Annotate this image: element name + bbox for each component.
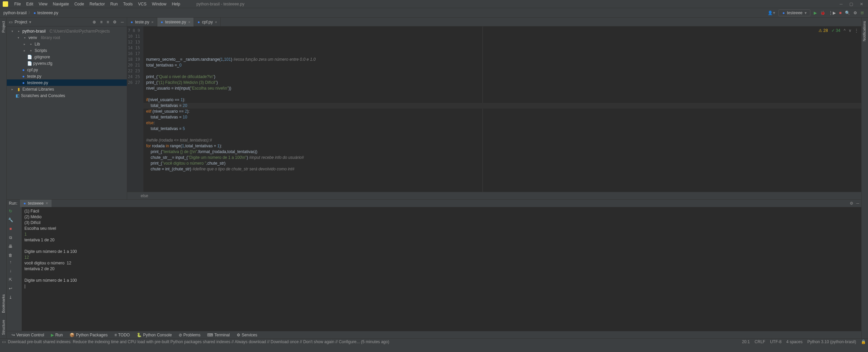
menu-edit[interactable]: Edit <box>23 0 36 8</box>
indent[interactable]: 4 spaces <box>786 339 803 344</box>
menu-window[interactable]: Window <box>149 0 169 8</box>
editor-tab[interactable]: ●cpf.py× <box>194 18 221 26</box>
select-opened-file-icon[interactable]: ⊕ <box>92 20 97 24</box>
tool-window-run[interactable]: ▶Run <box>48 331 65 339</box>
project-tree[interactable]: ▾▪python-brasil C:\Users\Danilo\PycharmP… <box>7 26 127 199</box>
run-configuration-selector[interactable]: ● testeeee ▾ <box>778 10 810 16</box>
wrench-icon[interactable]: 🔧 <box>8 217 13 223</box>
maximize-icon[interactable]: ▢ <box>849 2 853 6</box>
shield-icon[interactable]: ⛨ <box>861 11 865 15</box>
rail-bookmarks[interactable]: Bookmarks <box>1 291 5 316</box>
tool-window-version-control[interactable]: ↪Version Control <box>9 331 47 339</box>
tree-pyvenv[interactable]: pyvenv.cfg <box>33 61 52 66</box>
status-bar-icon[interactable]: ▭ <box>2 339 6 344</box>
line-separator[interactable]: CRLF <box>755 339 765 344</box>
run-tab[interactable]: ● testeeee × <box>20 200 51 207</box>
trash-icon[interactable]: 🗑 <box>8 253 13 258</box>
stop-icon[interactable]: ■ <box>8 226 13 231</box>
rail-notifications[interactable]: Notifications <box>862 18 867 45</box>
interpreter[interactable]: Python 3.10 (python-brasil) <box>807 339 856 344</box>
print-icon[interactable]: 🖶 <box>8 244 13 249</box>
collapse-all-icon[interactable]: ≡ <box>105 20 110 24</box>
close-icon[interactable]: × <box>215 20 217 24</box>
breadcrumb-file[interactable]: testeeee.py <box>37 11 58 15</box>
folder-icon: ▪ <box>28 42 33 47</box>
menu-navigate[interactable]: Navigate <box>50 0 72 8</box>
title-bar: FileEditViewNavigateCodeRefactorRunTools… <box>0 0 868 8</box>
tool-window-label: Python Packages <box>76 333 107 337</box>
layout-icon[interactable]: ⧉ <box>8 235 13 240</box>
tree-cpf[interactable]: cpf.py <box>27 68 38 72</box>
run-icon[interactable]: ▶ <box>814 11 817 15</box>
caret-position[interactable]: 20:1 <box>742 339 750 344</box>
editor-tabs: ●teste.py×●testeeee.py×●cpf.py× <box>127 18 861 26</box>
editor-tab[interactable]: ●testeeee.py× <box>157 18 194 26</box>
more-run-icon[interactable]: ⋮▶ <box>829 11 836 15</box>
tool-window-services[interactable]: ⚙Services <box>234 331 260 339</box>
tree-scripts[interactable]: Scripts <box>35 48 47 53</box>
up-arrow-icon[interactable]: ↑ <box>8 259 13 265</box>
rerun-icon[interactable]: ↻ <box>8 208 13 214</box>
close-icon[interactable]: × <box>46 201 48 206</box>
chevron-down-icon[interactable]: ▾ <box>29 20 31 24</box>
project-header-label[interactable]: Project <box>15 20 27 24</box>
tree-gitignore[interactable]: .gitignore <box>33 55 50 59</box>
menu-code[interactable]: Code <box>72 0 87 8</box>
status-message[interactable]: Download pre-built shared indexes: Reduc… <box>8 339 389 344</box>
tool-window-problems[interactable]: ⊘Problems <box>176 331 203 339</box>
add-user-icon[interactable]: 👤+ <box>768 11 775 15</box>
more-icon[interactable]: ⋮ <box>854 28 859 34</box>
python-file-icon: ● <box>161 20 163 24</box>
minimize-icon[interactable]: ─ <box>840 2 843 6</box>
rail-project[interactable]: Project <box>1 18 5 36</box>
close-icon[interactable]: × <box>151 20 153 24</box>
tool-window-todo[interactable]: ≡TODO <box>112 331 132 339</box>
tool-window-python-packages[interactable]: 📦Python Packages <box>67 331 110 339</box>
menu-tools[interactable]: Tools <box>120 0 135 8</box>
breadcrumb-strip[interactable]: else <box>127 192 861 199</box>
menu-view[interactable]: View <box>36 0 50 8</box>
close-icon[interactable]: × <box>188 20 190 24</box>
window-title: python-brasil - testeeee.py <box>183 2 840 6</box>
close-icon[interactable]: ✕ <box>860 2 863 6</box>
expand-all-icon[interactable]: ≡ <box>99 20 103 24</box>
tree-project[interactable]: python-brasil <box>22 29 46 34</box>
menu-vcs[interactable]: VCS <box>135 0 149 8</box>
menu-help[interactable]: Help <box>169 0 183 8</box>
down-arrow-icon[interactable]: ↓ <box>8 268 13 274</box>
export-icon[interactable]: ⇱ <box>8 277 13 282</box>
code-editor[interactable]: ⚠ 28 ✓ 34 ^ v ⋮ numero_secreto__= _rando… <box>143 26 861 192</box>
tree-ext-lib[interactable]: External Libraries <box>22 87 54 92</box>
lock-icon[interactable]: 🔒 <box>861 339 866 344</box>
search-icon[interactable]: 🔍 <box>845 11 850 15</box>
editor-tab[interactable]: ●teste.py× <box>127 18 157 26</box>
stop-icon[interactable]: ■ <box>839 11 842 15</box>
breadcrumb-root[interactable]: python-brasil <box>3 11 27 15</box>
hide-icon[interactable]: ─ <box>856 201 859 206</box>
debug-icon[interactable]: 🐞 <box>820 11 825 15</box>
tool-window-terminal[interactable]: ⌨Terminal <box>204 331 232 339</box>
tree-lib[interactable]: Lib <box>35 42 40 47</box>
bottom-tool-bar: ↪Version Control▶Run📦Python Packages≡TOD… <box>7 331 861 338</box>
settings-gear-icon[interactable]: ⚙ <box>112 20 118 24</box>
menu-refactor[interactable]: Refactor <box>87 0 107 8</box>
tree-venv[interactable]: venv <box>28 35 37 40</box>
chevron-down-icon[interactable]: v <box>849 28 851 34</box>
tool-window-python-console[interactable]: 🐍Python Console <box>134 331 175 339</box>
chevron-up-icon[interactable]: ^ <box>844 28 846 34</box>
editor-gutter[interactable]: 7 8 9 10 11 12 13 14 15 16 17 18 19 20 2… <box>127 26 143 192</box>
wrap-icon[interactable]: ↩ <box>8 286 13 291</box>
hide-icon[interactable]: ─ <box>120 20 125 24</box>
console-output[interactable]: (1) Fácil(2) Médio(3) DifícilEscolha seu… <box>22 207 861 331</box>
rail-structure[interactable]: Structure <box>1 316 5 338</box>
tree-scratches[interactable]: Scratches and Consoles <box>21 93 65 98</box>
tree-testeeee[interactable]: testeeee.py <box>27 80 48 85</box>
settings-gear-icon[interactable]: ⚙ <box>850 201 853 206</box>
settings-gear-icon[interactable]: ⚙ <box>853 11 857 15</box>
menu-run[interactable]: Run <box>107 0 120 8</box>
inspection-indicators[interactable]: ⚠ 28 ✓ 34 ^ v ⋮ <box>818 28 859 34</box>
tree-teste[interactable]: teste.py <box>27 74 41 79</box>
scroll-icon[interactable]: ⤓ <box>8 295 13 300</box>
encoding[interactable]: UTF-8 <box>770 339 782 344</box>
menu-file[interactable]: File <box>12 0 23 8</box>
